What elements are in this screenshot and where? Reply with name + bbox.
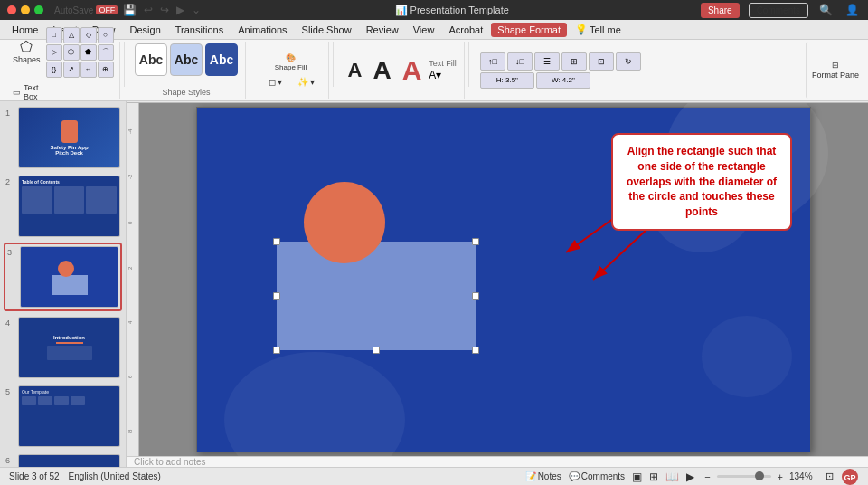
comments-btn-status[interactable]: 💬 Comments <box>569 471 625 481</box>
shape-btn-11[interactable]: ↔ <box>80 62 97 78</box>
user-icon[interactable]: 👤 <box>844 3 861 18</box>
text-a-small[interactable]: A <box>344 57 366 84</box>
height-input[interactable]: H: 3.5" <box>480 72 534 89</box>
shape-fill-button[interactable]: 🎨 Shape Fill <box>271 52 311 73</box>
slide-thumb-1[interactable]: 1 Safety Pin AppPitch Deck <box>4 105 122 170</box>
comments-label: Comments <box>581 471 625 481</box>
shape-btn-3[interactable]: ◇ <box>80 27 97 43</box>
handle-tl[interactable] <box>273 238 280 245</box>
menu-tell-me[interactable]: 💡 Tell me <box>569 22 627 37</box>
abc-btn-1[interactable]: Abc <box>135 43 167 76</box>
zoom-slider[interactable] <box>717 475 771 478</box>
svg-text:-4: -4 <box>127 128 133 134</box>
shape-outline-btn[interactable]: ◻ ▾ <box>261 75 290 89</box>
shape-btn-7[interactable]: ⬟ <box>80 44 97 61</box>
zoom-in-btn[interactable]: + <box>775 471 786 482</box>
bg-blob-4 <box>702 316 792 397</box>
slide-viewport[interactable]: Align the rectangle such that one side o… <box>139 103 868 456</box>
text-a-large[interactable]: A <box>399 53 426 88</box>
callout-text: Align the rectangle such that one side o… <box>627 145 777 218</box>
more-qat-icon[interactable]: ⌄ <box>190 3 203 17</box>
group-btn[interactable]: ⊡ <box>589 52 614 71</box>
handle-bl[interactable] <box>273 347 280 354</box>
handle-mr[interactable] <box>472 292 479 300</box>
shapes-button[interactable]: ⬠ Shapes <box>9 38 44 66</box>
shape-btn-4[interactable]: ○ <box>98 27 114 43</box>
shape-btn-9[interactable]: {} <box>46 62 62 78</box>
slide-thumb-6[interactable]: 6 Our Team <box>4 452 122 467</box>
shape-btn-6[interactable]: ⬡ <box>63 44 80 61</box>
canvas-main: -4 -2 0 2 4 6 8 <box>127 103 868 456</box>
bring-forward-btn[interactable]: ↑□ <box>480 52 505 71</box>
undo-icon[interactable]: ↩ <box>142 3 155 17</box>
view-slide-sorter-btn[interactable]: ⊞ <box>649 471 658 483</box>
align-btn[interactable]: ⊞ <box>561 52 587 71</box>
share-button[interactable]: Share <box>701 3 740 18</box>
menu-bar: Home Insert Draw Design Transitions Anim… <box>0 20 868 40</box>
format-pane-button[interactable]: ⊟ Format Pane <box>806 42 864 99</box>
close-button[interactable] <box>7 5 16 14</box>
autosave-toggle[interactable]: OFF <box>96 5 118 14</box>
menu-slideshow[interactable]: Slide Show <box>296 23 358 37</box>
menu-animations[interactable]: Animations <box>231 23 293 37</box>
zoom-slider-thumb[interactable] <box>755 471 764 480</box>
shape-btn-2[interactable]: △ <box>63 27 80 43</box>
present-icon[interactable]: ▶ <box>175 3 186 17</box>
notes-btn[interactable]: 📝 Notes <box>525 471 561 481</box>
notes-icon: 📝 <box>525 471 536 481</box>
notes-bar[interactable]: Click to add notes <box>127 456 868 467</box>
text-fill-btn[interactable]: A▾ <box>429 69 457 81</box>
fill-icon: 🎨 <box>286 53 296 62</box>
slide-thumb-3[interactable]: 3 <box>4 242 122 311</box>
shape-btn-1[interactable]: □ <box>46 27 62 43</box>
slide-img-4: Introduction <box>18 317 120 378</box>
shape-btn-5[interactable]: ▷ <box>46 44 62 61</box>
menu-review[interactable]: Review <box>360 23 405 37</box>
redo-icon[interactable]: ↪ <box>158 3 171 17</box>
maximize-button[interactable] <box>34 5 43 14</box>
abc-btn-2[interactable]: Abc <box>170 43 203 76</box>
slide-thumb-4[interactable]: 4 Introduction <box>4 315 122 380</box>
handle-bc[interactable] <box>373 347 380 354</box>
text-box-button[interactable]: ▭ TextBox <box>9 81 42 103</box>
send-back-btn[interactable]: ↓□ <box>507 52 533 71</box>
abc-btn-3[interactable]: Abc <box>205 43 238 76</box>
window-controls[interactable] <box>7 5 43 14</box>
ruler-left: -4 -2 0 2 4 6 8 <box>127 103 139 456</box>
slide-img-2: Table of Contents <box>18 176 120 237</box>
rotate-btn[interactable]: ↻ <box>616 52 641 71</box>
handle-tr[interactable] <box>472 238 479 245</box>
title-bar: AutoSave OFF 💾 ↩ ↪ ▶ ⌄ 📊 Presentation Te… <box>0 0 868 20</box>
minimize-button[interactable] <box>21 5 30 14</box>
shape-btn-10[interactable]: ↗ <box>63 62 80 78</box>
view-reading-btn[interactable]: 📖 <box>665 471 679 483</box>
circle-shape[interactable] <box>304 182 385 263</box>
slide-thumb-2[interactable]: 2 Table of Contents <box>4 174 122 239</box>
svg-text:2: 2 <box>127 266 133 270</box>
fit-slide-btn[interactable]: ⊡ <box>826 471 834 482</box>
shape-effects-btn[interactable]: ✨ ▾ <box>292 75 321 89</box>
handle-ml[interactable] <box>273 292 280 300</box>
width-input[interactable]: W: 4.2" <box>536 72 590 89</box>
menu-shape-format[interactable]: Shape Format <box>491 23 567 37</box>
menu-view[interactable]: View <box>407 23 441 37</box>
sep-3 <box>333 42 334 87</box>
view-normal-btn[interactable]: ▣ <box>632 471 642 483</box>
menu-design[interactable]: Design <box>124 23 167 37</box>
shape-btn-8[interactable]: ⌒ <box>98 44 114 61</box>
text-a-medium[interactable]: A <box>369 54 394 87</box>
shape-btn-12[interactable]: ⊕ <box>98 62 114 78</box>
callout-box: Align the rectangle such that one side o… <box>611 133 792 231</box>
handle-br[interactable] <box>472 347 479 354</box>
slide-num-5: 5 <box>5 387 14 396</box>
selection-pane-btn[interactable]: ☰ <box>534 52 560 71</box>
menu-acrobat[interactable]: Acrobat <box>442 23 489 37</box>
slide-thumb-5[interactable]: 5 Our Template <box>4 384 122 449</box>
comments-button[interactable]: Comments <box>749 3 808 18</box>
rectangle-shape[interactable] <box>277 242 476 350</box>
zoom-out-btn[interactable]: − <box>702 471 712 482</box>
menu-transitions[interactable]: Transitions <box>169 23 230 37</box>
view-presenter-btn[interactable]: ▶ <box>686 471 694 483</box>
search-icon[interactable]: 🔍 <box>817 3 835 18</box>
save-icon[interactable]: 💾 <box>121 3 138 17</box>
